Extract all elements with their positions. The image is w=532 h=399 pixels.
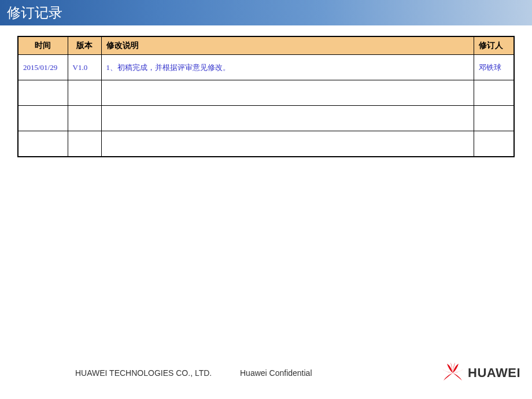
huawei-logo-text: HUAWEI: [468, 365, 520, 380]
huawei-logo: HUAWEI: [441, 363, 520, 383]
cell-description: [101, 106, 474, 131]
table-row: [18, 80, 514, 106]
cell-description: 1、初稿完成，并根据评审意见修改。: [101, 55, 474, 80]
header-author: 修订人: [474, 36, 514, 55]
cell-description: [101, 131, 474, 157]
huawei-flower-icon: [441, 363, 464, 383]
cell-version: [68, 131, 101, 157]
footer: HUAWEI TECHNOLOGIES CO., LTD. Huawei Con…: [0, 359, 532, 387]
cell-version: [68, 80, 101, 106]
cell-time: 2015/01/29: [18, 55, 68, 80]
revision-table: 时间 版本 修改说明 修订人 2015/01/29 V1.0 1、初稿完成，并根…: [17, 36, 515, 157]
header-description: 修改说明: [101, 36, 474, 55]
table-row: 2015/01/29 V1.0 1、初稿完成，并根据评审意见修改。 邓铁球: [18, 55, 514, 80]
page-title: 修订记录: [7, 3, 62, 22]
cell-author: [474, 80, 514, 106]
revision-table-wrap: 时间 版本 修改说明 修订人 2015/01/29 V1.0 1、初稿完成，并根…: [0, 25, 532, 157]
cell-author: [474, 106, 514, 131]
footer-confidential: Huawei Confidential: [240, 368, 312, 378]
title-bar: 修订记录: [0, 0, 532, 25]
header-version: 版本: [68, 36, 101, 55]
header-time: 时间: [18, 36, 68, 55]
cell-description: [101, 80, 474, 106]
footer-company: HUAWEI TECHNOLOGIES CO., LTD.: [75, 368, 212, 378]
table-row: [18, 106, 514, 131]
cell-version: V1.0: [68, 55, 101, 80]
table-row: [18, 131, 514, 157]
cell-time: [18, 106, 68, 131]
cell-time: [18, 80, 68, 106]
cell-time: [18, 131, 68, 157]
cell-version: [68, 106, 101, 131]
cell-author: [474, 131, 514, 157]
table-header-row: 时间 版本 修改说明 修订人: [18, 36, 514, 55]
cell-author: 邓铁球: [474, 55, 514, 80]
